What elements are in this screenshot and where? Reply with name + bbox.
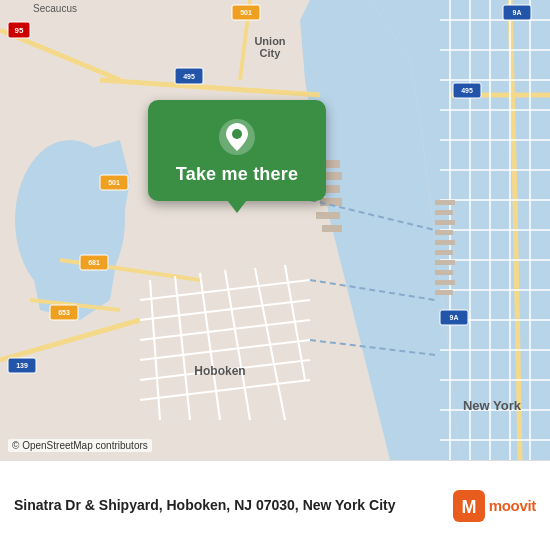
svg-point-91 [232,129,242,139]
moovit-m-icon: M [453,490,485,522]
map-background: 95 495 501 501 495 9A 9A 681 653 [0,0,550,460]
svg-rect-82 [435,250,453,255]
svg-text:139: 139 [16,362,28,369]
svg-text:501: 501 [108,179,120,186]
location-name: Sinatra Dr & Shipyard, Hoboken, NJ 07030… [14,496,443,516]
take-me-there-button[interactable]: Take me there [176,164,298,185]
svg-text:M: M [461,497,476,517]
svg-text:95: 95 [15,26,24,35]
svg-text:Secaucus: Secaucus [33,3,77,14]
moovit-logo: M moovit [453,490,536,522]
svg-rect-85 [435,280,455,285]
svg-rect-79 [435,220,455,225]
map-container: 95 495 501 501 495 9A 9A 681 653 [0,0,550,460]
svg-text:501: 501 [240,9,252,16]
osm-credit: © OpenStreetMap contributors [8,439,152,452]
moovit-wordmark: moovit [489,497,536,514]
svg-text:495: 495 [183,73,195,80]
svg-text:Union: Union [254,35,285,47]
svg-text:9A: 9A [513,9,522,16]
svg-rect-86 [435,290,453,295]
svg-rect-78 [435,210,453,215]
svg-text:New York: New York [463,398,522,413]
svg-rect-83 [435,260,455,265]
svg-text:495: 495 [461,87,473,94]
bottom-bar: Sinatra Dr & Shipyard, Hoboken, NJ 07030… [0,460,550,550]
svg-rect-80 [435,230,453,235]
svg-rect-77 [435,200,455,205]
location-pin-icon [218,118,256,156]
location-info: Sinatra Dr & Shipyard, Hoboken, NJ 07030… [14,496,443,516]
svg-rect-75 [316,212,340,219]
svg-text:681: 681 [88,259,100,266]
svg-rect-81 [435,240,455,245]
svg-text:653: 653 [58,309,70,316]
svg-text:City: City [260,47,282,59]
svg-text:9A: 9A [450,314,459,321]
svg-text:Hoboken: Hoboken [194,364,245,378]
svg-rect-84 [435,270,453,275]
svg-rect-76 [322,225,342,232]
app: 95 495 501 501 495 9A 9A 681 653 [0,0,550,550]
popup-bubble: Take me there [148,100,326,201]
